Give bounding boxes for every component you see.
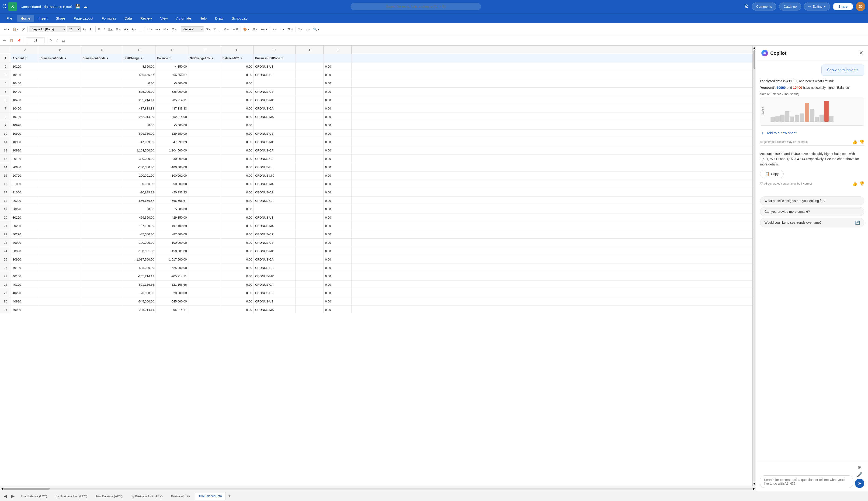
table-cell[interactable] [296, 306, 324, 314]
table-cell[interactable] [39, 138, 81, 146]
table-cell[interactable] [39, 297, 81, 306]
table-cell[interactable] [296, 130, 324, 138]
table-cell[interactable]: -205,214.11 [123, 272, 156, 280]
table-cell[interactable]: 30290 [11, 230, 39, 238]
table-cell[interactable]: CRONUS-CA [254, 280, 296, 289]
table-cell[interactable]: 525,000.00 [156, 88, 188, 96]
row-number[interactable]: 1 [0, 54, 11, 62]
table-cell[interactable]: 40990 [11, 297, 39, 306]
table-cell[interactable] [39, 104, 81, 113]
table-cell[interactable] [188, 62, 221, 71]
table-cell[interactable]: 10700 [11, 113, 39, 121]
table-cell[interactable]: 0.00 [221, 255, 254, 264]
table-cell[interactable]: -100,000.00 [123, 163, 156, 171]
table-cell[interactable] [296, 88, 324, 96]
table-cell[interactable]: CRONUS-CA [254, 230, 296, 238]
table-cell[interactable] [188, 222, 221, 230]
menu-item-insert[interactable]: Insert [35, 15, 51, 22]
clipboard-button[interactable]: 📋 ▾ [11, 26, 20, 32]
col-header-a[interactable]: A [11, 46, 39, 54]
table-cell[interactable]: 0.00 [123, 205, 156, 213]
col-header-j[interactable]: J [324, 46, 352, 54]
table-cell[interactable] [81, 297, 123, 306]
table-cell[interactable] [254, 79, 296, 87]
table-cell[interactable] [296, 238, 324, 247]
row-number[interactable]: 11 [0, 138, 11, 146]
table-cell[interactable]: 666,666.67 [156, 71, 188, 79]
row-number[interactable]: 15 [0, 171, 11, 180]
save-icon[interactable]: 💾 [75, 4, 81, 9]
fx-icon[interactable]: fx [60, 39, 67, 42]
wrap-button[interactable]: ↵ ▾ [162, 26, 170, 32]
cell-styles-button[interactable]: Aa ▾ [260, 26, 269, 32]
thumbs-down-button-1[interactable]: 👎 [859, 139, 864, 145]
table-cell[interactable] [188, 96, 221, 104]
menu-item-draw[interactable]: Draw [211, 15, 227, 22]
copilot-table-icon-button[interactable]: ⊞ [858, 465, 862, 470]
table-cell[interactable] [39, 255, 81, 264]
table-cell[interactable]: 0.00 [324, 247, 352, 255]
table-cell[interactable]: -205,214.11 [123, 306, 156, 314]
table-cell[interactable]: -20,833.33 [123, 188, 156, 196]
table-cell[interactable]: 20700 [11, 171, 39, 180]
row-number[interactable]: 28 [0, 280, 11, 289]
table-cell[interactable] [188, 238, 221, 247]
table-cell[interactable] [188, 79, 221, 87]
table-cell[interactable]: -1,017,500.00 [156, 255, 188, 264]
row-number[interactable]: 20 [0, 213, 11, 222]
table-cell[interactable]: 10400 [11, 88, 39, 96]
table-cell[interactable]: Dimension2Code▼ [81, 54, 123, 62]
suggestion-chip-3[interactable]: Would you like to see trends over time? … [760, 218, 864, 227]
table-cell[interactable] [296, 213, 324, 222]
table-cell[interactable]: -87,000.00 [156, 230, 188, 238]
table-cell[interactable] [296, 163, 324, 171]
row-number[interactable]: 8 [0, 113, 11, 121]
table-cell[interactable] [296, 264, 324, 272]
menu-item-formulas[interactable]: Formulas [98, 15, 120, 22]
table-cell[interactable] [188, 155, 221, 163]
row-number[interactable]: 5 [0, 88, 11, 96]
scroll-right-button[interactable]: ▶ [753, 487, 755, 490]
table-cell[interactable]: CRONUS-US [254, 88, 296, 96]
table-cell[interactable]: 0.00 [324, 121, 352, 129]
row-number[interactable]: 13 [0, 155, 11, 163]
cancel-formula-icon[interactable]: ✕ [49, 38, 54, 43]
table-cell[interactable] [81, 171, 123, 180]
table-cell[interactable]: -100,000.00 [156, 238, 188, 247]
more-format-button[interactable]: … [138, 26, 144, 32]
table-cell[interactable]: 0.00 [221, 280, 254, 289]
table-cell[interactable]: 0.00 [324, 280, 352, 289]
table-cell[interactable] [81, 197, 123, 205]
table-cell[interactable]: CRONUS-US [254, 238, 296, 247]
table-cell[interactable]: 0.00 [324, 163, 352, 171]
tab-trialbalancedata[interactable]: TrialBalanceData [195, 492, 226, 500]
table-cell[interactable] [188, 297, 221, 306]
table-cell[interactable] [296, 230, 324, 238]
table-cell[interactable]: CRONUS-US [254, 62, 296, 71]
table-cell[interactable]: 0.00 [123, 121, 156, 129]
table-cell[interactable]: 0.00 [324, 238, 352, 247]
table-cell[interactable]: 0.00 [221, 247, 254, 255]
menu-item-automate[interactable]: Automate [172, 15, 195, 22]
table-cell[interactable]: 437,833.33 [123, 104, 156, 113]
app-grid-icon[interactable]: ⠿ [3, 3, 7, 10]
insert-cells-button[interactable]: + ▾ [271, 26, 278, 32]
table-cell[interactable] [296, 247, 324, 255]
tab-nav-right[interactable]: ▶ [9, 493, 16, 500]
format-painter-button[interactable]: 🖌 [21, 26, 27, 32]
conditional-format-button[interactable]: 🎨 ▾ [242, 26, 251, 32]
table-cell[interactable]: 30290 [11, 222, 39, 230]
table-cell[interactable]: 0.00 [324, 180, 352, 188]
table-cell[interactable] [81, 163, 123, 171]
clipboard-small-button[interactable]: 📋 [8, 38, 15, 43]
show-insights-button[interactable]: Show data insights [822, 65, 864, 76]
table-cell[interactable] [296, 272, 324, 280]
table-cell[interactable]: 0.00 [324, 138, 352, 146]
table-cell[interactable]: 5,000.00 [156, 205, 188, 213]
decrease-font-button[interactable]: A↓ [88, 26, 94, 32]
row-number[interactable]: 10 [0, 130, 11, 138]
table-cell[interactable]: -666,666.67 [123, 197, 156, 205]
table-cell[interactable]: -100,001.00 [156, 171, 188, 180]
table-cell[interactable]: 0.00 [221, 213, 254, 222]
search-input[interactable] [351, 3, 481, 10]
